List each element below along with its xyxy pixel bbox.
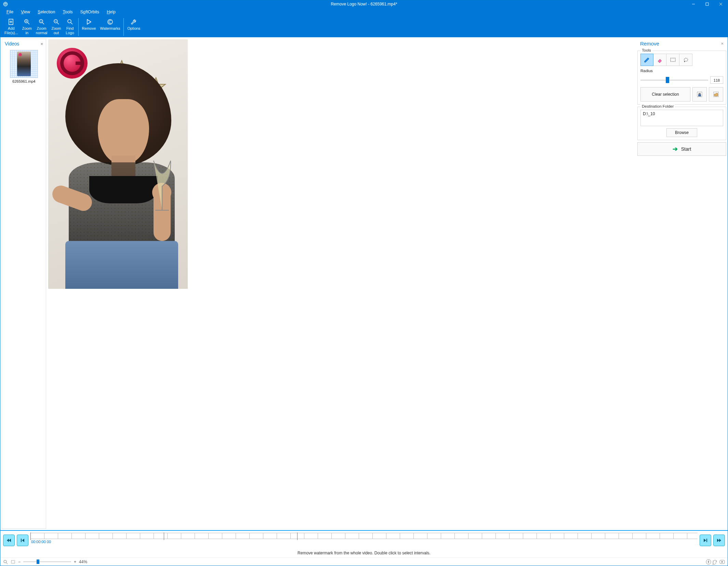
find-logo-button[interactable]: Find Logo [63,17,77,37]
options-button[interactable]: Options [125,17,142,37]
lasso-tool-button[interactable] [679,54,692,66]
zoom-slider[interactable] [23,561,71,562]
radius-slider[interactable] [640,80,708,81]
person-jeans [65,241,178,289]
actual-size-icon[interactable] [11,560,15,564]
step-back-button[interactable] [17,535,28,546]
destination-group-label: Destination Folder [640,104,675,108]
zoom-normal-button[interactable]: 1 Zoom normal [34,17,50,37]
twitter-icon[interactable] [713,559,718,565]
destination-group: Destination Folder D:\_10 Browse [637,107,726,140]
start-button-label: Start [681,146,691,152]
rectangle-select-tool-button[interactable] [666,54,679,66]
marker-tool-button[interactable] [640,54,653,66]
svg-marker-20 [87,19,91,24]
svg-marker-34 [9,539,11,542]
person-face [98,99,149,164]
load-selection-button[interactable] [709,87,723,102]
svg-marker-46 [722,561,723,563]
tools-group: Tools Radius 118 C [637,51,726,105]
video-thumbnail-label: 6265961.mp4 [12,79,35,83]
menu-tools[interactable]: Tools [59,9,76,15]
zoom-normal-icon: 1 [38,17,45,26]
zoom-in-icon [24,17,30,26]
arrow-right-icon: ➔ [673,145,678,153]
remove-panel: Remove × Tools Radius [637,39,726,529]
menu-help[interactable]: Help [103,9,119,15]
svg-marker-40 [719,539,721,542]
eraser-icon [657,56,663,63]
zoom-in-small-icon[interactable]: + [74,560,76,564]
menu-softorbits[interactable]: SoftOrbits [77,9,103,15]
svg-text:1: 1 [40,20,42,23]
watermarks-button[interactable]: Watermarks [98,17,122,37]
svg-rect-43 [11,561,15,563]
toolbar: Add File(s)... Zoom in 1 Zoom normal Zoo… [0,16,728,37]
eraser-tool-button[interactable] [653,54,666,66]
timeline-area: 00:00:00 00 Remove watermark from the wh… [0,530,728,557]
remove-panel-close-icon[interactable]: × [721,41,724,46]
timeline-ruler[interactable]: 00:00:00 00 [30,533,698,548]
svg-rect-35 [21,539,22,542]
zoom-in-button[interactable]: Zoom in [20,17,34,37]
menu-file[interactable]: File [3,9,17,15]
tools-group-label: Tools [640,48,652,52]
svg-marker-33 [7,539,9,542]
save-selection-button[interactable] [692,87,707,102]
play-icon [85,17,92,26]
add-file-icon [8,17,15,26]
timecode-label: 00:00:00 00 [31,540,51,544]
video-frame [48,39,188,289]
svg-rect-2 [706,3,709,5]
start-button[interactable]: ➔ Start [637,142,726,156]
maximize-button[interactable] [700,0,714,8]
svg-rect-27 [671,58,675,62]
svg-line-13 [42,23,44,24]
menu-bar: File View Selection Tools SoftOrbits Hel… [0,8,728,16]
title-bar: Remove Logo Now! - 6265961.mp4* [0,0,728,8]
videos-panel-close-icon[interactable]: × [40,41,43,46]
skip-back-button[interactable] [3,535,15,546]
copyright-icon [107,17,114,26]
fit-window-icon[interactable] [3,560,8,564]
person-top [89,176,158,203]
youtube-icon[interactable] [719,559,725,565]
video-thumbnail-item[interactable]: 6265961.mp4 [3,50,44,83]
marker-icon [644,56,650,63]
lasso-icon [683,56,689,63]
minimize-button[interactable] [687,0,700,8]
window-title: Remove Logo Now! - 6265961.mp4* [331,2,397,6]
svg-marker-37 [704,539,706,542]
skip-forward-button[interactable] [713,535,725,546]
videos-panel-title: Videos [5,41,19,46]
wrench-icon [130,17,137,26]
zoom-out-button[interactable]: Zoom out [49,17,63,37]
menu-view[interactable]: View [17,9,34,15]
add-files-button[interactable]: Add File(s)... [2,17,20,37]
svg-point-0 [3,2,8,6]
videos-panel: Videos × 6265961.mp4 [2,39,46,529]
svg-line-42 [6,563,8,564]
remove-button[interactable]: Remove [80,17,98,37]
step-forward-button[interactable] [700,535,711,546]
toolbar-separator [123,18,124,36]
load-selection-icon [713,91,719,98]
svg-line-16 [57,23,59,24]
svg-marker-39 [717,539,719,542]
svg-rect-31 [699,93,701,94]
browse-button[interactable]: Browse [666,128,697,137]
svg-marker-36 [22,539,24,542]
facebook-icon[interactable] [706,559,711,565]
radius-value[interactable]: 118 [710,76,723,84]
close-button[interactable] [714,0,728,8]
status-bar: − + 44% [0,557,728,566]
svg-rect-30 [698,94,701,96]
menu-selection[interactable]: Selection [34,9,58,15]
find-logo-icon [67,17,74,26]
radius-label: Radius [640,69,723,73]
toolbar-separator [78,18,79,36]
video-preview-area[interactable] [46,37,637,530]
destination-path-field[interactable]: D:\_10 [640,110,723,126]
clear-selection-button[interactable]: Clear selection [640,87,690,102]
zoom-out-small-icon[interactable]: − [18,560,21,564]
